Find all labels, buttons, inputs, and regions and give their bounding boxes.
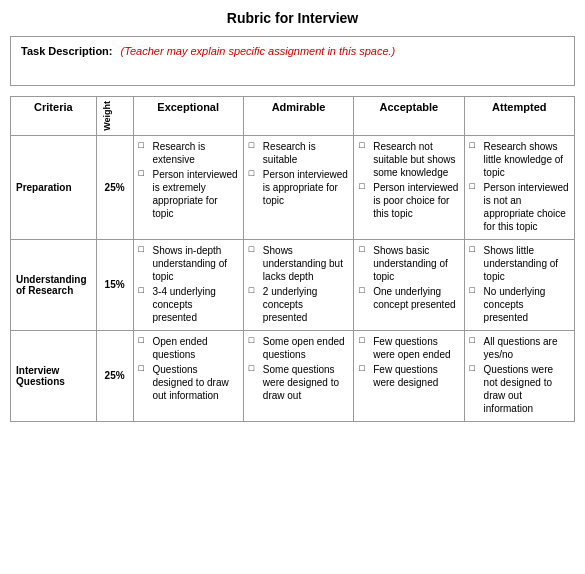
attempted-cell-0: Research shows little knowledge of topic… <box>464 135 574 239</box>
table-row: Understanding of Research15%Shows in-dep… <box>11 239 575 330</box>
task-description-box: Task Description: (Teacher may explain s… <box>10 36 575 86</box>
acceptable-cell-1: Shows basic understanding of topicOne un… <box>354 239 464 330</box>
list-item: Some questions were designed to draw out <box>249 363 348 402</box>
criteria-cell-0: Preparation <box>11 135 97 239</box>
admirable-cell-1: Shows understanding but lacks depth2 und… <box>243 239 353 330</box>
list-item: Person interviewed is extremely appropri… <box>139 168 238 220</box>
header-acceptable: Acceptable <box>354 97 464 136</box>
criteria-cell-2: Interview Questions <box>11 330 97 421</box>
list-item: Person interviewed is poor choice for th… <box>359 181 458 220</box>
attempted-cell-1: Shows little understanding of topicNo un… <box>464 239 574 330</box>
list-item: Person interviewed is appropriate for to… <box>249 168 348 207</box>
list-item: Shows in-depth understanding of topic <box>139 244 238 283</box>
list-item: Questions designed to draw out informati… <box>139 363 238 402</box>
list-item: Few questions were designed <box>359 363 458 389</box>
exceptional-cell-1: Shows in-depth understanding of topic3-4… <box>133 239 243 330</box>
table-row: Interview Questions25%Open ended questio… <box>11 330 575 421</box>
attempted-cell-2: All questions are yes/noQuestions were n… <box>464 330 574 421</box>
list-item: Shows basic understanding of topic <box>359 244 458 283</box>
list-item: Research not suitable but shows some kno… <box>359 140 458 179</box>
header-attempted: Attempted <box>464 97 574 136</box>
admirable-cell-0: Research is suitablePerson interviewed i… <box>243 135 353 239</box>
exceptional-cell-0: Research is extensivePerson interviewed … <box>133 135 243 239</box>
table-row: Preparation25%Research is extensivePerso… <box>11 135 575 239</box>
header-criteria: Criteria <box>11 97 97 136</box>
list-item: Open ended questions <box>139 335 238 361</box>
list-item: 3-4 underlying concepts presented <box>139 285 238 324</box>
list-item: Research is extensive <box>139 140 238 166</box>
criteria-cell-1: Understanding of Research <box>11 239 97 330</box>
acceptable-cell-2: Few questions were open endedFew questio… <box>354 330 464 421</box>
task-description-label: Task Description: <box>21 45 113 57</box>
header-weight: Weight <box>96 97 133 136</box>
weight-cell-1: 15% <box>96 239 133 330</box>
page-title: Rubric for Interview <box>10 10 575 26</box>
list-item: Research is suitable <box>249 140 348 166</box>
exceptional-cell-2: Open ended questionsQuestions designed t… <box>133 330 243 421</box>
list-item: Research shows little knowledge of topic <box>470 140 569 179</box>
header-exceptional: Exceptional <box>133 97 243 136</box>
list-item: 2 underlying concepts presented <box>249 285 348 324</box>
list-item: Few questions were open ended <box>359 335 458 361</box>
list-item: No underlying concepts presented <box>470 285 569 324</box>
admirable-cell-2: Some open ended questionsSome questions … <box>243 330 353 421</box>
list-item: Some open ended questions <box>249 335 348 361</box>
rubric-table: Criteria Weight Exceptional Admirable Ac… <box>10 96 575 422</box>
list-item: One underlying concept presented <box>359 285 458 311</box>
list-item: Shows understanding but lacks depth <box>249 244 348 283</box>
acceptable-cell-0: Research not suitable but shows some kno… <box>354 135 464 239</box>
weight-cell-2: 25% <box>96 330 133 421</box>
list-item: Person interviewed is not an appropriate… <box>470 181 569 233</box>
task-description-note: (Teacher may explain specific assignment… <box>121 45 396 57</box>
list-item: All questions are yes/no <box>470 335 569 361</box>
header-admirable: Admirable <box>243 97 353 136</box>
weight-cell-0: 25% <box>96 135 133 239</box>
list-item: Shows little understanding of topic <box>470 244 569 283</box>
list-item: Questions were not designed to draw out … <box>470 363 569 415</box>
